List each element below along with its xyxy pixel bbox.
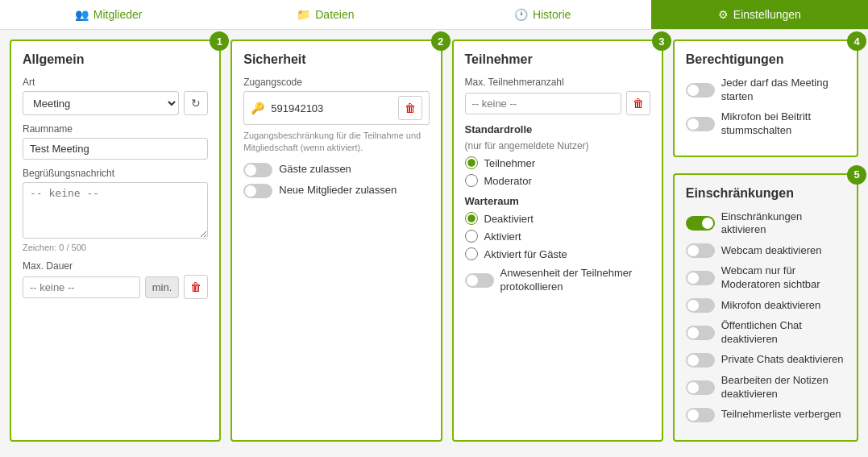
nav-dateien-label: Dateien (315, 8, 354, 21)
max-teilnehmer-input[interactable] (465, 93, 621, 114)
neue-mitglieder-label: Neue Mitglieder zulassen (279, 184, 397, 197)
mitglieder-icon: 👥 (75, 8, 89, 21)
max-teilnehmer-delete-button[interactable]: 🗑 (626, 91, 650, 115)
einschr-6-label: Bearbeiten der Notizen deaktivieren (721, 374, 845, 401)
top-navigation: 👥 Mitglieder 📁 Dateien 🕐 Historie ⚙ Eins… (0, 0, 868, 30)
standardrolle-hint: (nur für angemeldete Nutzer) (465, 140, 650, 152)
einschr-5-row: Private Chats deaktivieren (686, 353, 845, 368)
einschraenkungen-panel: 5 Einschränkungen Einschränkungen aktivi… (673, 173, 858, 442)
raumname-label: Raumname (23, 123, 208, 135)
nav-dateien[interactable]: 📁 Dateien (217, 0, 434, 29)
einschr-3-label: Mikrofon deaktivieren (721, 299, 821, 313)
einschr-5-label: Private Chats deaktivieren (721, 353, 844, 367)
teilnehmer-title: Teilnehmer (465, 52, 650, 67)
save-bar: 💾 Speichern (0, 451, 868, 457)
teilnehmer-panel: 3 Teilnehmer Max. Teilnehmeranzahl 🗑 Sta… (452, 39, 663, 442)
key-icon: 🔑 (251, 102, 264, 114)
nav-historie[interactable]: 🕐 Historie (434, 0, 651, 29)
access-code-value: 591942103 (271, 102, 391, 114)
einschraenkungen-title: Einschränkungen (686, 186, 845, 201)
art-label: Art (23, 77, 208, 88)
max-teilnehmer-label: Max. Teilnehmeranzahl (465, 77, 650, 88)
warteraum-gaeste-radio[interactable] (465, 247, 478, 260)
warteraum-aktiviert-row: Aktiviert (465, 230, 650, 243)
einschr-0-toggle[interactable] (686, 216, 715, 231)
anwesenheit-toggle-row: Anwesenheit der Teilnehmer protokolliere… (465, 267, 650, 294)
begruessung-textarea[interactable] (23, 182, 208, 239)
historie-icon: 🕐 (514, 8, 528, 21)
standardrolle-label: Standardrolle (465, 123, 650, 135)
einschr-2-toggle[interactable] (686, 271, 715, 285)
einstellungen-icon: ⚙ (718, 8, 729, 21)
nav-einstellungen-label: Einstellungen (733, 8, 801, 21)
min-label: min. (145, 276, 180, 298)
berecht-0-row: Jeder darf das Meeting starten (686, 77, 845, 104)
nav-einstellungen[interactable]: ⚙ Einstellungen (651, 0, 868, 29)
berecht-0-toggle[interactable] (686, 83, 715, 98)
rolle-teilnehmer-radio[interactable] (465, 156, 478, 169)
warteraum-deaktiviert-label: Deaktiviert (484, 213, 534, 225)
einschr-3-toggle[interactable] (686, 298, 715, 313)
warteraum-aktiviert-radio[interactable] (465, 230, 478, 243)
einschr-6-row: Bearbeiten der Notizen deaktivieren (686, 374, 845, 401)
einschr-1-toggle[interactable] (686, 243, 715, 258)
neue-mitglieder-toggle-row: Neue Mitglieder zulassen (243, 184, 429, 198)
teilnehmer-badge: 3 (652, 31, 671, 51)
main-content: 1 Allgemein Art Meeting ↻ Raumname Begrü… (0, 30, 868, 451)
allgemein-title: Allgemein (23, 52, 208, 67)
einschr-4-toggle[interactable] (686, 326, 715, 340)
warteraum-gaeste-label: Aktiviert für Gäste (484, 248, 567, 260)
berechtigungen-badge: 4 (847, 31, 866, 51)
delete-icon: 🗑 (633, 97, 644, 110)
sicherheit-badge: 2 (431, 31, 451, 51)
access-code-row: 🔑 591942103 🗑 (243, 91, 429, 125)
max-dauer-input[interactable] (23, 276, 140, 298)
einschr-7-label: Teilnehmerliste verbergen (721, 408, 841, 422)
rolle-teilnehmer-label: Teilnehmer (484, 157, 536, 169)
einschr-0-row: Einschränkungen aktivieren (686, 210, 845, 238)
einschr-1-row: Webcam deaktivieren (686, 243, 845, 258)
warteraum-label: Warteraum (465, 195, 650, 207)
warteraum-gaeste-row: Aktiviert für Gäste (465, 247, 650, 260)
einschr-2-label: Webcam nur für Moderatoren sichtbar (721, 264, 845, 292)
gaeste-toggle[interactable] (243, 163, 272, 177)
einschr-2-row: Webcam nur für Moderatoren sichtbar (686, 264, 845, 292)
delete-icon: 🗑 (190, 280, 201, 293)
rolle-moderator-row: Moderator (465, 174, 650, 187)
nav-mitglieder[interactable]: 👥 Mitglieder (0, 0, 217, 29)
einschr-5-toggle[interactable] (686, 353, 715, 368)
right-column: 4 Berechtigungen Jeder darf das Meeting … (673, 39, 858, 442)
allgemein-panel: 1 Allgemein Art Meeting ↻ Raumname Begrü… (10, 39, 221, 442)
anwesenheit-label: Anwesenheit der Teilnehmer protokolliere… (500, 267, 650, 294)
warteraum-deaktiviert-radio[interactable] (465, 212, 478, 225)
allgemein-badge: 1 (210, 31, 229, 51)
neue-mitglieder-toggle[interactable] (243, 184, 272, 198)
einschr-6-toggle[interactable] (686, 380, 715, 395)
einschr-0-label: Einschränkungen aktivieren (721, 210, 845, 238)
delete-icon: 🗑 (405, 102, 416, 114)
max-dauer-delete-button[interactable]: 🗑 (184, 275, 208, 299)
dateien-icon: 📁 (297, 8, 310, 21)
einschr-7-row: Teilnehmerliste verbergen (686, 408, 845, 422)
einschraenkungen-badge: 5 (847, 165, 866, 185)
einschr-4-label: Öffentlichen Chat deaktivieren (721, 319, 845, 347)
raumname-input[interactable] (23, 138, 208, 160)
access-code-hint: Zugangsbeschränkung für die Teilnahme un… (243, 130, 429, 155)
art-refresh-button[interactable]: ↻ (184, 91, 208, 115)
sicherheit-title: Sicherheit (243, 52, 429, 67)
rolle-moderator-label: Moderator (484, 175, 532, 187)
begruessung-label: Begrüßungsnachricht (23, 168, 208, 179)
zugangscode-label: Zugangscode (243, 77, 429, 88)
art-select[interactable]: Meeting (23, 91, 179, 115)
einschr-7-toggle[interactable] (686, 408, 715, 422)
access-code-delete-button[interactable]: 🗑 (398, 96, 422, 120)
anwesenheit-toggle[interactable] (465, 273, 494, 288)
warteraum-deaktiviert-row: Deaktiviert (465, 212, 650, 225)
nav-mitglieder-label: Mitglieder (93, 8, 143, 21)
rolle-moderator-radio[interactable] (465, 174, 478, 187)
berechtigungen-title: Berechtigungen (686, 52, 845, 67)
berecht-1-label: Mikrofon bei Beitritt stummschalten (721, 110, 845, 138)
nav-historie-label: Historie (533, 8, 571, 21)
berecht-1-toggle[interactable] (686, 117, 715, 131)
einschr-1-label: Webcam deaktivieren (721, 244, 822, 258)
